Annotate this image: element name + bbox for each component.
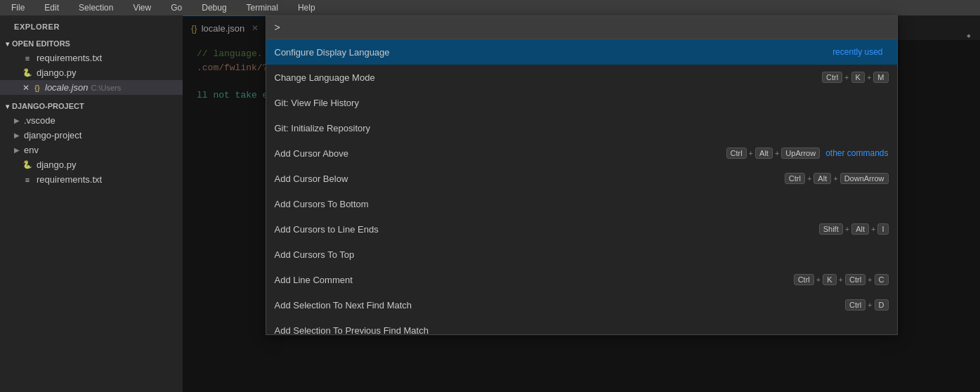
chevron-right-icon: ▶ bbox=[14, 117, 20, 124]
command-item-add-selection-prev[interactable]: Add Selection To Previous Find Match bbox=[266, 318, 897, 334]
kbd-d-1: D bbox=[875, 299, 889, 311]
command-badge-recently-used: recently used bbox=[832, 47, 882, 57]
sidebar-item-requirements-2[interactable]: ≡ requirements.txt bbox=[0, 172, 183, 187]
chevron-project-icon: ▾ bbox=[6, 103, 9, 110]
json-icon: {} bbox=[32, 83, 42, 93]
other-commands-link[interactable]: other commands bbox=[825, 148, 888, 158]
sidebar-item-django-py[interactable]: 🐍 django.py bbox=[0, 65, 183, 80]
file-name-django-py-2: django.py bbox=[37, 159, 76, 170]
close-icon[interactable]: ✕ bbox=[22, 83, 30, 93]
sidebar-folder-django-project[interactable]: ▶ django-project bbox=[0, 128, 183, 143]
command-label-cursor-above: Add Cursor Above bbox=[275, 148, 726, 159]
kbd-ctrl-3: Ctrl bbox=[785, 173, 805, 184]
command-item-add-cursors-line-ends[interactable]: Add Cursors to Line Ends Shift + Alt + I bbox=[266, 216, 897, 242]
kbd-m-1: M bbox=[873, 72, 888, 83]
menu-go[interactable]: Go bbox=[166, 1, 186, 14]
plus-7: + bbox=[845, 225, 849, 233]
chevron-right-icon-3: ▶ bbox=[14, 146, 20, 154]
command-palette-input-row: > bbox=[266, 16, 897, 39]
kbd-shift-1: Shift bbox=[819, 223, 843, 235]
menu-bar: File Edit Selection View Go Debug Termin… bbox=[0, 0, 980, 15]
command-item-configure-display-language[interactable]: Configure Display Language recently used bbox=[266, 39, 897, 65]
command-label-selection-next: Add Selection To Next Find Match bbox=[275, 300, 846, 311]
command-item-change-language-mode[interactable]: Change Language Mode Ctrl + K + M bbox=[266, 65, 897, 90]
editor-area: {} locale.json ✕ ⬥ // language. .com/fwl… bbox=[183, 15, 980, 392]
plus-10: + bbox=[839, 275, 843, 284]
command-item-add-cursor-below[interactable]: Add Cursor Below Ctrl + Alt + DownArrow bbox=[266, 166, 897, 191]
shortcut-change-lang: Ctrl + K + M bbox=[822, 72, 889, 83]
command-label-git-view: Git: View File History bbox=[275, 98, 889, 108]
plus-12: + bbox=[868, 301, 872, 309]
command-item-add-cursors-top[interactable]: Add Cursors To Top bbox=[266, 242, 897, 267]
txt-icon: ≡ bbox=[22, 53, 32, 63]
command-item-add-line-comment[interactable]: Add Line Comment Ctrl + K + Ctrl + C bbox=[266, 267, 897, 292]
chevron-right-icon-2: ▶ bbox=[14, 131, 20, 139]
plus-9: + bbox=[816, 275, 821, 284]
file-name-django-py: django.py bbox=[37, 67, 76, 78]
open-editors-section: ▾ OPEN EDITORS ≡ requirements.txt 🐍 djan… bbox=[0, 35, 183, 95]
menu-file[interactable]: File bbox=[7, 1, 29, 14]
command-item-add-cursors-bottom[interactable]: Add Cursors To Bottom bbox=[266, 191, 897, 216]
command-item-git-view-history[interactable]: Git: View File History bbox=[266, 90, 897, 115]
command-palette-list: Configure Display Language recently used… bbox=[266, 39, 897, 334]
main-area: EXPLORER ▾ OPEN EDITORS ≡ requirements.t… bbox=[0, 15, 980, 392]
shortcut-cursor-below: Ctrl + Alt + DownArrow bbox=[785, 173, 889, 184]
menu-terminal[interactable]: Terminal bbox=[242, 1, 282, 14]
sidebar-folder-env[interactable]: ▶ env bbox=[0, 143, 183, 157]
kbd-alt-1: Alt bbox=[755, 148, 773, 159]
command-label-cursors-bottom: Add Cursors To Bottom bbox=[275, 199, 889, 209]
menu-edit[interactable]: Edit bbox=[40, 1, 63, 14]
sidebar-item-locale-json[interactable]: ✕ {} locale.json C:\Users bbox=[0, 80, 183, 95]
kbd-uparrow: UpArrow bbox=[781, 148, 820, 159]
file-name-requirements: requirements.txt bbox=[37, 53, 102, 63]
project-header[interactable]: ▾ DJANGO-PROJECT bbox=[0, 98, 183, 113]
kbd-ctrl-6: Ctrl bbox=[845, 299, 865, 311]
sidebar-item-django-py-2[interactable]: 🐍 django.py bbox=[0, 157, 183, 172]
menu-help[interactable]: Help bbox=[294, 1, 320, 14]
sidebar-item-requirements[interactable]: ≡ requirements.txt bbox=[0, 51, 183, 65]
sidebar: EXPLORER ▾ OPEN EDITORS ≡ requirements.t… bbox=[0, 15, 183, 392]
sidebar-folder-vscode[interactable]: ▶ .vscode bbox=[0, 113, 183, 128]
menu-selection[interactable]: Selection bbox=[74, 1, 117, 14]
command-item-add-selection-next[interactable]: Add Selection To Next Find Match Ctrl + … bbox=[266, 292, 897, 318]
menu-debug[interactable]: Debug bbox=[197, 1, 230, 14]
command-palette-overlay: > Configure Display Language recently us… bbox=[183, 15, 980, 392]
command-label-configure: Configure Display Language bbox=[275, 47, 833, 58]
kbd-ctrl-4: Ctrl bbox=[794, 274, 814, 285]
command-label-selection-prev: Add Selection To Previous Find Match bbox=[275, 325, 889, 335]
command-label-cursors-top: Add Cursors To Top bbox=[275, 249, 889, 260]
folder-name-env: env bbox=[24, 145, 39, 155]
shortcut-cursor-above: Ctrl + Alt + UpArrow bbox=[726, 148, 821, 159]
command-item-add-cursor-above[interactable]: Add Cursor Above Ctrl + Alt + UpArrow ot… bbox=[266, 141, 897, 166]
command-item-git-init[interactable]: Git: Initialize Repository bbox=[266, 115, 897, 141]
sidebar-title: EXPLORER bbox=[0, 15, 183, 35]
kbd-alt-3: Alt bbox=[851, 223, 869, 235]
kbd-ctrl-5: Ctrl bbox=[845, 274, 865, 285]
py-icon: 🐍 bbox=[22, 68, 32, 78]
command-label-line-comment: Add Line Comment bbox=[275, 275, 794, 285]
chevron-down-icon: ▾ bbox=[6, 40, 9, 48]
kbd-downarrow: DownArrow bbox=[840, 173, 889, 184]
command-label-cursors-line-ends: Add Cursors to Line Ends bbox=[275, 224, 819, 235]
plus-11: + bbox=[868, 275, 872, 284]
command-label-change-lang: Change Language Mode bbox=[275, 72, 823, 83]
plus-8: + bbox=[871, 225, 875, 233]
shortcut-line-comment: Ctrl + K + Ctrl + C bbox=[794, 274, 889, 285]
py-icon-2: 🐍 bbox=[22, 160, 32, 170]
plus-4: + bbox=[775, 149, 779, 157]
plus-2: + bbox=[867, 73, 871, 81]
command-palette: > Configure Display Language recently us… bbox=[266, 15, 898, 335]
command-palette-prefix: > bbox=[275, 22, 280, 33]
menu-view[interactable]: View bbox=[129, 1, 155, 14]
kbd-i-1: I bbox=[877, 223, 888, 235]
kbd-c-1: C bbox=[875, 274, 889, 285]
file-name-locale-json: locale.json bbox=[45, 82, 88, 93]
folder-name-vscode: .vscode bbox=[24, 115, 55, 126]
file-name-requirements-2: requirements.txt bbox=[37, 174, 102, 185]
open-editors-header[interactable]: ▾ OPEN EDITORS bbox=[0, 35, 183, 51]
plus-5: + bbox=[807, 174, 811, 183]
command-palette-input[interactable] bbox=[286, 22, 889, 33]
shortcut-cursors-line-ends: Shift + Alt + I bbox=[819, 223, 889, 235]
plus-3: + bbox=[749, 149, 753, 157]
folder-name-django-project: django-project bbox=[24, 130, 81, 141]
